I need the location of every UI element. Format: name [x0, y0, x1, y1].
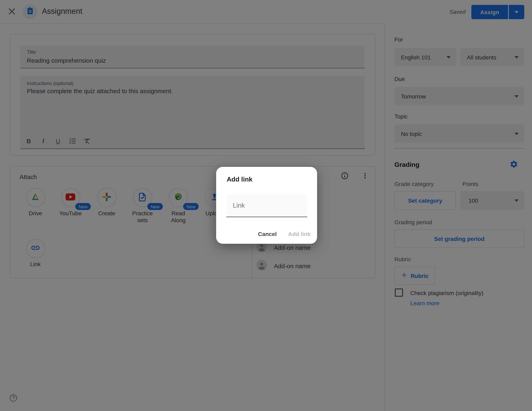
- dialog-title: Add link: [227, 176, 252, 183]
- dialog-actions: Cancel Add link: [258, 231, 311, 237]
- screenshot-viewport: Assignment Saved Assign Title Reading co…: [0, 0, 532, 411]
- link-input[interactable]: [226, 194, 307, 216]
- add-link-confirm-button[interactable]: Add link: [288, 231, 311, 237]
- add-link-dialog: Add link Cancel Add link: [216, 167, 317, 244]
- cancel-button[interactable]: Cancel: [258, 231, 277, 237]
- link-input-field: [226, 194, 307, 217]
- classroom-assignment-page: Assignment Saved Assign Title Reading co…: [0, 0, 532, 411]
